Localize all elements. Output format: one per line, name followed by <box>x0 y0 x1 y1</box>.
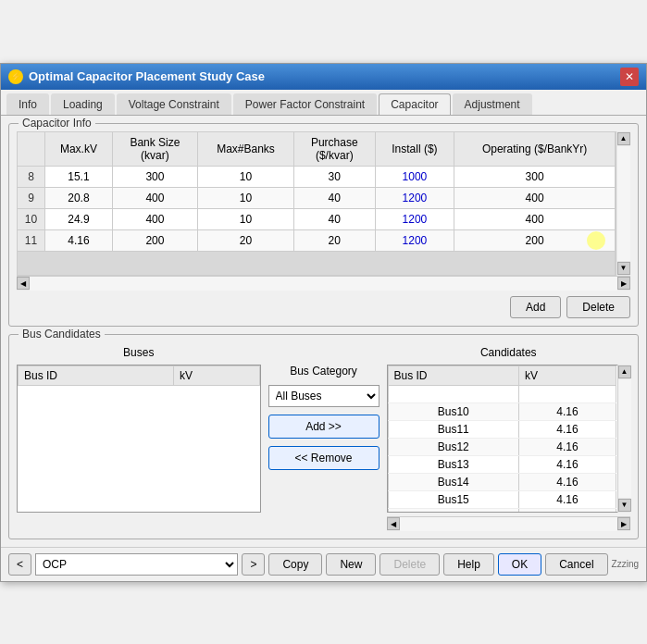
cand-scroll-up[interactable]: ▲ <box>618 365 631 378</box>
cand-scroll-track[interactable] <box>618 379 631 498</box>
close-button[interactable]: ✕ <box>620 68 639 86</box>
row-9-maxbanks[interactable]: 10 <box>197 187 293 208</box>
ok-button[interactable]: OK <box>498 553 541 576</box>
row-10-install[interactable]: 1200 <box>375 208 454 229</box>
title-bar: ⚡ Optimal Capacitor Placement Study Case… <box>1 64 646 90</box>
cand-scroll-left[interactable]: ◀ <box>387 517 400 530</box>
row-9-install[interactable]: 1200 <box>375 187 454 208</box>
candidate-row[interactable]: Bus12 4.16 <box>388 438 616 455</box>
row-10-banksize[interactable]: 400 <box>112 208 197 229</box>
row-11-operating[interactable]: 200 <box>454 229 616 251</box>
tab-power-factor[interactable]: Power Factor Constraint <box>233 93 377 115</box>
buses-panel: Buses Bus ID kV <box>17 346 261 513</box>
row-num-10: 10 <box>18 208 45 229</box>
main-window: ⚡ Optimal Capacitor Placement Study Case… <box>0 63 647 582</box>
row-8-install[interactable]: 1000 <box>375 166 454 187</box>
row-10-maxkv[interactable]: 24.9 <box>45 208 113 229</box>
remove-candidates-button[interactable]: << Remove <box>268 446 379 470</box>
cand-bus11-id: Bus11 <box>388 420 519 438</box>
candidates-scrollbar[interactable]: ▲ ▼ <box>617 365 630 513</box>
row-8-maxbanks[interactable]: 10 <box>197 166 293 187</box>
table-row[interactable]: 9 20.8 400 10 40 1200 400 <box>18 187 616 208</box>
cand-scroll-down[interactable]: ▼ <box>618 499 631 512</box>
scroll-h-track[interactable] <box>30 277 617 291</box>
table-row[interactable]: 10 24.9 400 10 40 1200 400 <box>18 208 616 229</box>
add-button[interactable]: Add <box>510 296 561 318</box>
row-9-purchase[interactable]: 40 <box>294 187 376 208</box>
nav-next-button[interactable]: > <box>242 553 265 576</box>
help-button[interactable]: Help <box>443 553 494 576</box>
row-num-9: 9 <box>18 187 45 208</box>
buses-title: Buses <box>17 346 261 359</box>
buses-col-id: Bus ID <box>19 365 174 385</box>
cancel-button[interactable]: Cancel <box>545 553 607 576</box>
copy-button[interactable]: Copy <box>268 553 322 576</box>
candidate-row[interactable]: Bus15 4.16 <box>388 490 616 508</box>
row-8-purchase[interactable]: 30 <box>294 166 376 187</box>
table-scrollbar[interactable]: ▲ ▼ <box>616 131 630 276</box>
footer-dropdown[interactable]: OCP <box>35 553 238 576</box>
scroll-left-arrow[interactable]: ◀ <box>17 277 30 290</box>
scroll-right-arrow[interactable]: ▶ <box>617 277 630 290</box>
tab-adjustment[interactable]: Adjustment <box>453 93 532 115</box>
row-8-operating[interactable]: 300 <box>454 166 616 187</box>
buses-table: Bus ID kV <box>18 365 260 386</box>
new-button[interactable]: New <box>326 553 376 576</box>
cand-bus15-kv: 4.16 <box>519 490 616 508</box>
row-8-maxkv[interactable]: 15.1 <box>45 166 113 187</box>
cand-bus12-kv: 4.16 <box>519 438 616 455</box>
table-row-empty[interactable] <box>18 251 616 275</box>
candidate-row[interactable]: Bus13 4.16 <box>388 455 616 473</box>
row-11-banksize[interactable]: 200 <box>112 229 197 251</box>
cand-col-id: Bus ID <box>388 365 519 385</box>
tab-info[interactable]: Info <box>6 93 49 115</box>
table-row[interactable]: 11 4.16 200 20 20 1200 200 <box>18 229 616 251</box>
row-9-maxkv[interactable]: 20.8 <box>45 187 113 208</box>
bus-candidates-label: Bus Candidates <box>19 328 105 341</box>
row-11-maxkv[interactable]: 4.16 <box>45 229 113 251</box>
capacitor-info-label: Capacitor Info <box>19 117 95 130</box>
row-8-banksize[interactable]: 300 <box>112 166 197 187</box>
row-10-maxbanks[interactable]: 10 <box>197 208 293 229</box>
row-10-operating[interactable]: 400 <box>454 208 616 229</box>
row-9-banksize[interactable]: 400 <box>112 187 197 208</box>
cand-scroll-right[interactable]: ▶ <box>617 517 630 530</box>
table-button-row: Add Delete <box>17 296 630 318</box>
scroll-up-arrow[interactable]: ▲ <box>617 132 630 145</box>
candidate-row[interactable]: Bus10 4.16 <box>388 402 616 420</box>
candidate-row[interactable]: Bus11 4.16 <box>388 420 616 438</box>
buses-list[interactable]: Bus ID kV <box>17 365 261 513</box>
row-9-operating[interactable]: 400 <box>454 187 616 208</box>
cand-scroll-h-track[interactable] <box>400 517 618 531</box>
col-num <box>18 131 45 166</box>
scroll-down-arrow[interactable]: ▼ <box>617 262 630 275</box>
add-candidates-button[interactable]: Add >> <box>268 415 379 439</box>
delete-button[interactable]: Delete <box>566 296 630 318</box>
scroll-track[interactable] <box>617 146 630 261</box>
title-bar-left: ⚡ Optimal Capacitor Placement Study Case <box>8 69 265 84</box>
candidate-row[interactable]: Bus14 4.16 <box>388 473 616 490</box>
tab-loading[interactable]: Loading <box>51 93 115 115</box>
tab-capacitor[interactable]: Capacitor <box>379 93 450 115</box>
col-banksize: Bank Size(kvar) <box>112 131 197 166</box>
nav-prev-button[interactable]: < <box>8 553 31 576</box>
capacitor-table-wrapper: Max.kV Bank Size(kvar) Max#Banks Purchas… <box>17 131 630 291</box>
bus-category-select[interactable]: All Buses <box>268 385 379 407</box>
cand-bus13-kv: 4.16 <box>519 455 616 473</box>
tab-voltage-constraint[interactable]: Voltage Constraint <box>117 93 231 115</box>
row-11-install[interactable]: 1200 <box>375 229 454 251</box>
cand-bus10-kv: 4.16 <box>519 402 616 420</box>
row-num-11: 11 <box>18 229 45 251</box>
row-10-purchase[interactable]: 40 <box>294 208 376 229</box>
row-11-maxbanks[interactable]: 20 <box>197 229 293 251</box>
candidates-list[interactable]: Bus ID kV Bus1 13.8 <box>387 365 631 513</box>
row-11-purchase[interactable]: 20 <box>294 229 376 251</box>
footer-delete-button[interactable]: Delete <box>379 553 440 576</box>
cand-col-kv: kV <box>519 365 616 385</box>
table-row[interactable]: 8 15.1 300 10 30 1000 300 <box>18 166 616 187</box>
candidates-h-scrollbar[interactable]: ◀ ▶ <box>387 516 631 531</box>
candidate-row[interactable]: Bus1 13.8 <box>388 385 616 402</box>
col-maxbanks: Max#Banks <box>197 131 293 166</box>
table-h-scrollbar[interactable]: ◀ ▶ <box>17 276 630 291</box>
candidate-row[interactable]: Bus16 4.16 <box>388 508 616 513</box>
